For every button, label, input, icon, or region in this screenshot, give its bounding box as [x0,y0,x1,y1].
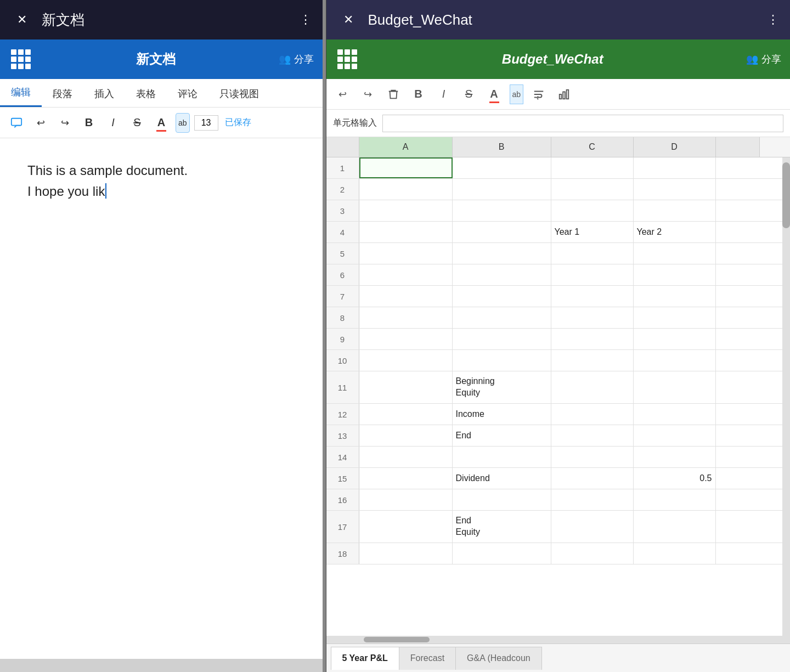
left-tab-bar: 编辑 段落 插入 表格 评论 只读视图 [0,79,323,108]
right-share-button[interactable]: 👥 分享 [746,53,781,66]
sheet-tab-forecast[interactable]: Forecast [399,647,456,670]
cell-c1[interactable] [551,157,634,178]
ss-strike-button[interactable]: S [459,84,479,104]
table-row: 5 [326,243,790,264]
italic-button[interactable]: I [103,113,123,133]
ss-italic-button[interactable]: I [434,84,454,104]
redo-button[interactable]: ↪ [55,113,75,133]
document-content[interactable]: This is a sample document. I hope you li… [0,138,323,659]
cell-b4[interactable] [453,222,551,242]
svg-rect-4 [567,89,569,99]
left-share-button[interactable]: 👥 分享 [279,53,314,66]
tab-insert[interactable]: 插入 [83,81,125,107]
cell-c2[interactable] [551,179,634,200]
cell-b3[interactable] [453,200,551,221]
cell-a1[interactable] [359,157,453,178]
tab-readonly[interactable]: 只读视图 [208,81,270,107]
table-row: 7 [326,286,790,307]
cell-d4[interactable]: Year 2 [634,222,716,242]
tab-table[interactable]: 表格 [125,81,167,107]
cell-a4[interactable] [359,222,453,242]
formula-input[interactable] [382,115,783,132]
col-header-c[interactable]: C [551,137,634,157]
cell-b12[interactable]: Income [453,404,551,425]
h-scrollbar-thumb[interactable] [364,637,430,642]
cell-a3[interactable] [359,200,453,221]
undo-button[interactable]: ↩ [31,113,50,133]
table-row: 11 Beginning Equity [326,371,790,404]
col-header-a[interactable]: A [359,137,453,157]
cell-d3[interactable] [634,200,716,221]
cell-b15[interactable]: Dividend [453,468,551,489]
ss-highlight-button[interactable]: ab [510,84,524,104]
row-num: 3 [326,200,359,221]
formula-bar: 单元格输入 [326,110,790,137]
font-size-input[interactable] [194,115,218,131]
ss-color-button[interactable]: A [484,84,504,104]
sheet-tab-5year[interactable]: 5 Year P&L [331,647,399,670]
table-row: 16 [326,489,790,511]
horizontal-scrollbar[interactable] [326,636,790,643]
left-close-button[interactable]: ✕ [11,9,33,31]
doc-line-1: This is a sample document. [27,160,295,181]
right-menu-button[interactable]: ⋮ [767,13,779,27]
cell-d1[interactable] [634,157,716,178]
cell-b17[interactable]: End Equity [453,511,551,543]
spreadsheet-area: A B C D 1 2 [326,137,790,636]
cell-d15[interactable]: 0.5 [634,468,716,489]
right-window-title: Budget_WeChat [368,12,758,29]
col-header-d[interactable]: D [634,137,716,157]
right-panel: ✕ Budget_WeChat ⋮ Budget_WeChat 👥 分享 ↩ ↪… [326,0,790,672]
table-row: 15 Dividend 0.5 [326,468,790,489]
sheet-tab-ga[interactable]: G&A (Headcoun [455,647,542,670]
rows-container: 1 2 3 4 [326,157,790,636]
cell-a2[interactable] [359,179,453,200]
left-grid-icon[interactable] [9,47,33,71]
table-row: 13 End [326,425,790,447]
cell-reference-label: 单元格输入 [333,117,377,129]
ss-undo-button[interactable]: ↩ [333,84,353,104]
left-app-bar: 新文档 👥 分享 [0,39,323,79]
strikethrough-button[interactable]: S [127,113,147,133]
tab-edit[interactable]: 编辑 [0,79,42,107]
cell-b13[interactable]: End [453,425,551,446]
left-menu-button[interactable]: ⋮ [300,13,312,27]
doc-line-2: I hope you lik [27,181,295,202]
right-share-icon: 👥 [746,53,758,65]
cell-c3[interactable] [551,200,634,221]
left-panel: ✕ 新文档 ⋮ 新文档 👥 分享 编辑 段落 插入 表格 评论 只读视图 ↩ [0,0,323,672]
ss-redo-button[interactable]: ↪ [358,84,378,104]
cell-b1[interactable] [453,157,551,178]
scrollbar-thumb[interactable] [782,162,790,228]
tab-comment[interactable]: 评论 [167,81,208,107]
table-row: 6 [326,264,790,286]
table-row: 17 End Equity [326,511,790,543]
ss-erase-button[interactable] [383,84,403,104]
column-headers: A B C D [326,137,790,157]
left-window-title: 新文档 [42,10,291,30]
cell-d2[interactable] [634,179,716,200]
cell-b11[interactable]: Beginning Equity [453,371,551,403]
table-row: 1 [326,157,790,179]
cursor-indicator [105,183,106,199]
col-header-scroll [716,137,760,157]
highlight-button[interactable]: ab [176,113,190,133]
table-row: 9 [326,329,790,350]
right-close-button[interactable]: ✕ [337,9,359,31]
table-row: 3 [326,200,790,222]
spreadsheet-toolbar: ↩ ↪ B I S A ab [326,79,790,110]
table-row: 8 [326,307,790,329]
spreadsheet-scrollbar[interactable] [782,157,790,636]
tab-paragraph[interactable]: 段落 [42,81,83,107]
comment-button[interactable] [7,113,26,133]
ss-wrap-button[interactable] [529,84,549,104]
font-color-button[interactable]: A [151,113,171,133]
cell-b2[interactable] [453,179,551,200]
bold-button[interactable]: B [79,113,99,133]
sheet-tabs: 5 Year P&L Forecast G&A (Headcoun [326,643,790,672]
ss-bold-button[interactable]: B [409,84,428,104]
right-grid-icon[interactable] [335,47,359,71]
ss-chart-button[interactable] [554,84,574,104]
cell-c4[interactable]: Year 1 [551,222,634,242]
col-header-b[interactable]: B [453,137,551,157]
